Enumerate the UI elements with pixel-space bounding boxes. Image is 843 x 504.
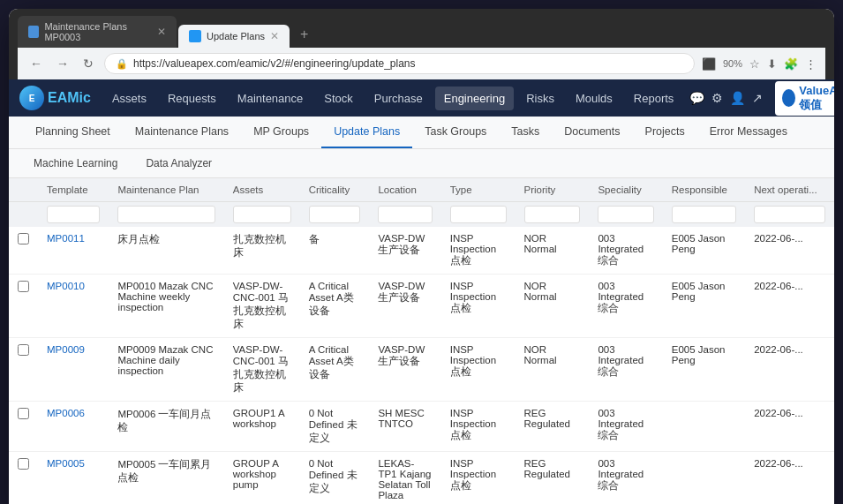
cell-priority: REG Regulated — [516, 402, 590, 452]
sub-nav-mp-groups[interactable]: MP Groups — [241, 117, 321, 148]
tab-update-plans[interactable]: Update Plans ✕ — [178, 25, 290, 48]
cell-maintenance-plan: MP0010 Mazak CNC Machine weekly inspecti… — [109, 275, 223, 338]
zoom-level: 90% — [723, 58, 742, 69]
forward-btn[interactable]: → — [53, 55, 72, 72]
nav-purchase[interactable]: Purchase — [365, 87, 432, 110]
cell-assets: 扎克数控机床 — [224, 227, 300, 275]
col-header-next-op: Next operati... — [745, 178, 834, 202]
cell-responsible: E005 Jason Peng — [663, 338, 745, 402]
external-icon[interactable]: ↗ — [752, 91, 763, 105]
cell-type: INSP Inspection 点检 — [441, 338, 516, 402]
qr-icon[interactable]: ⬛ — [702, 57, 716, 71]
row-checkbox-cell — [9, 227, 38, 275]
row-checkbox[interactable] — [18, 233, 29, 244]
second-sub-nav: Machine Learning Data Analyzer — [9, 149, 834, 178]
tab-maintenance-plans[interactable]: Maintenance Plans MP0003 ✕ — [18, 16, 177, 48]
cell-speciality: 003 Integrated 综合 — [589, 227, 662, 275]
second-sub-data-analyzer[interactable]: Data Analyzer — [135, 153, 222, 174]
sub-nav-update-plans[interactable]: Update Plans — [321, 117, 412, 148]
cell-speciality: 003 Integrated 综合 — [589, 275, 662, 338]
tab-bar: Maintenance Plans MP0003 ✕ Update Plans … — [18, 16, 825, 48]
filter-priority-input[interactable] — [524, 206, 581, 223]
row-checkbox[interactable] — [18, 344, 29, 356]
nav-moulds[interactable]: Moulds — [567, 87, 621, 110]
col-header-speciality: Speciality — [589, 178, 662, 202]
reload-btn[interactable]: ↻ — [79, 55, 97, 72]
new-tab-btn[interactable]: + — [291, 21, 317, 48]
filter-criticality — [300, 202, 370, 228]
row-checkbox[interactable] — [18, 281, 29, 292]
template-link[interactable]: MP0009 — [47, 344, 85, 355]
extensions-icon[interactable]: 🧩 — [784, 57, 798, 71]
cell-template: MP0005 — [38, 452, 109, 505]
sub-nav-maintenance-plans[interactable]: Maintenance Plans — [123, 117, 241, 148]
cell-maintenance-plan: MP0006 一车间月点检 — [109, 402, 223, 452]
nav-risks[interactable]: Risks — [517, 87, 563, 110]
brand-logo: ValueApex 领值 — [775, 81, 834, 116]
row-checkbox-cell — [9, 452, 38, 505]
download-icon[interactable]: ⬇ — [767, 57, 777, 71]
user-icon[interactable]: 👤 — [730, 91, 745, 105]
settings-icon[interactable]: ⚙ — [711, 91, 723, 105]
menu-icon[interactable]: ⋮ — [805, 57, 817, 71]
row-checkbox[interactable] — [18, 408, 29, 419]
cell-location: VASP-DW 生产设备 — [369, 275, 440, 338]
filter-assets-input[interactable] — [233, 206, 291, 223]
sub-nav-tasks[interactable]: Tasks — [499, 117, 552, 148]
cell-location: LEKAS-TP1 Kajang Selatan Toll Plaza — [369, 452, 440, 505]
second-sub-machine-learning[interactable]: Machine Learning — [23, 153, 128, 174]
url-bar[interactable]: 🔒 https://valueapex.com/eamic/v2/#/engin… — [104, 53, 695, 74]
cell-template: MP0009 — [38, 338, 109, 402]
chat-icon[interactable]: 💬 — [689, 91, 704, 105]
table-row: MP0009MP0009 Mazak CNC Machine daily ins… — [9, 338, 834, 402]
cell-type: INSP Inspection 点检 — [441, 452, 516, 505]
filter-speciality-input[interactable] — [598, 206, 653, 223]
sub-nav-projects[interactable]: Projects — [633, 117, 697, 148]
col-header-template: Template — [38, 178, 109, 202]
sub-nav-task-groups[interactable]: Task Groups — [412, 117, 499, 148]
bookmark-icon[interactable]: ☆ — [749, 57, 760, 71]
table-area: Template Maintenance Plan Assets Critica… — [9, 178, 834, 504]
nav-requests[interactable]: Requests — [159, 87, 225, 110]
filter-next-op-input[interactable] — [754, 206, 825, 223]
nav-maintenance[interactable]: Maintenance — [229, 87, 312, 110]
filter-criticality-input[interactable] — [309, 206, 361, 223]
col-header-priority: Priority — [516, 178, 590, 202]
template-link[interactable]: MP0005 — [47, 458, 85, 469]
filter-template-input[interactable] — [47, 206, 100, 223]
cell-next-op: 2022-06-... — [745, 452, 834, 505]
logo-icon: E — [19, 86, 44, 110]
nav-stock[interactable]: Stock — [315, 87, 362, 110]
template-link[interactable]: MP0011 — [47, 233, 85, 244]
template-link[interactable]: MP0006 — [47, 408, 85, 418]
cell-criticality: 0 Not Defined 未定义 — [300, 452, 370, 505]
browser-actions: ⬛ 90% ☆ ⬇ 🧩 ⋮ — [702, 57, 817, 71]
filter-responsible-input[interactable] — [672, 206, 736, 223]
filter-type — [441, 202, 516, 228]
nav-reports[interactable]: Reports — [625, 87, 683, 110]
cell-type: INSP Inspection 点检 — [441, 275, 516, 338]
cell-assets: VASP-DW-CNC-001 马扎克数控机床 — [224, 338, 300, 402]
tab-close-btn-2[interactable]: ✕ — [270, 30, 279, 42]
nav-engineering[interactable]: Engineering — [435, 87, 514, 110]
filter-responsible — [663, 202, 745, 228]
cell-template: MP0006 — [38, 402, 109, 452]
top-nav: E EAMic Assets Requests Maintenance Stoc… — [9, 79, 834, 117]
tab-close-btn[interactable]: ✕ — [157, 26, 166, 38]
filter-location-input[interactable] — [378, 206, 432, 223]
sub-nav-documents[interactable]: Documents — [552, 117, 632, 148]
cell-location: SH MESC TNTCO — [369, 402, 440, 452]
template-link[interactable]: MP0010 — [47, 281, 85, 291]
row-checkbox-cell — [9, 338, 38, 402]
row-checkbox[interactable] — [18, 458, 29, 470]
col-header-maintenance-plan: Maintenance Plan — [109, 178, 223, 202]
data-table: Template Maintenance Plan Assets Critica… — [9, 178, 834, 504]
nav-assets[interactable]: Assets — [103, 87, 155, 110]
cell-maintenance-plan: MP0009 Mazak CNC Machine daily inspectio… — [109, 338, 223, 402]
back-btn[interactable]: ← — [26, 55, 46, 72]
logo-text: EAMic — [48, 90, 91, 106]
filter-type-input[interactable] — [450, 206, 507, 223]
sub-nav-error-messages[interactable]: Error Messages — [697, 117, 800, 148]
sub-nav-planning-sheet[interactable]: Planning Sheet — [23, 117, 123, 148]
filter-mp-input[interactable] — [117, 206, 215, 223]
